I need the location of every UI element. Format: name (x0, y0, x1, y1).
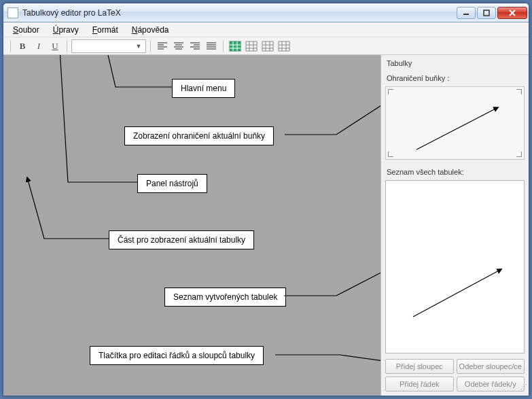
table-button-3[interactable] (260, 39, 275, 54)
side-panel-title: Tabulky (385, 58, 525, 70)
table-button-2[interactable] (244, 39, 259, 54)
align-right-button[interactable] (188, 39, 202, 54)
table-canvas[interactable]: Hlavní menu Zobrazení ohraničení aktuáln… (3, 55, 380, 396)
underline-button[interactable]: U (48, 39, 63, 54)
minimize-button[interactable] (457, 7, 476, 19)
callout-table-area: Část pro zobrazení aktuální tabulky (109, 230, 254, 249)
window-title: Tabulkový editor pro LaTeX (22, 8, 457, 18)
menubar: Soubor Úpravy Formát Nápověda (3, 22, 529, 37)
titlebar: Tabulkový editor pro LaTeX (3, 3, 529, 22)
svg-rect-1 (484, 10, 489, 16)
callout-row-col-buttons: Tlačítka pro editaci řádků a sloupců tab… (90, 346, 264, 365)
add-row-button[interactable]: Přidej řádek (385, 377, 454, 392)
close-button[interactable] (497, 7, 527, 19)
menu-edit[interactable]: Úpravy (46, 23, 86, 37)
bold-button[interactable]: B (15, 39, 30, 54)
toolbar-separator (150, 40, 151, 52)
toolbar: B I U ▼ (3, 37, 529, 55)
table-button-4[interactable] (277, 39, 291, 54)
side-panel: Tabulky Ohraničení buňky : Seznam všech … (380, 55, 529, 396)
resize-grip[interactable]: ⋰ (518, 385, 527, 394)
svg-rect-25 (246, 41, 257, 51)
tables-listbox[interactable] (385, 180, 525, 353)
border-label: Ohraničení buňky : (385, 73, 525, 84)
toolbar-separator (10, 40, 11, 52)
menu-file[interactable]: Soubor (6, 23, 46, 37)
arrow-icon (386, 181, 524, 353)
callout-cell-border: Zobrazení ohraničení aktuální buňky (124, 126, 274, 145)
row-col-buttons: Přidej sloupec Odeber sloupec/ce Přidej … (385, 359, 525, 392)
svg-rect-35 (279, 41, 289, 51)
menu-help[interactable]: Nápověda (125, 23, 176, 37)
align-left-button[interactable] (155, 39, 170, 54)
annotation-arrows (3, 55, 380, 396)
cell-border-preview[interactable] (385, 86, 525, 160)
menu-format[interactable]: Formát (86, 23, 125, 37)
align-center-button[interactable] (171, 39, 186, 54)
toolbar-separator (223, 40, 224, 52)
chevron-down-icon: ▼ (133, 41, 144, 52)
callout-tables-list: Seznam vytvořených tabulek (164, 288, 286, 307)
callout-toolbar: Panel nástrojů (137, 174, 207, 193)
window-controls (457, 7, 527, 19)
maximize-button[interactable] (477, 7, 496, 19)
callout-main-menu: Hlavní menu (172, 79, 235, 98)
svg-rect-30 (262, 41, 273, 51)
remove-row-button[interactable]: Odeber řádek/y (457, 377, 525, 392)
add-column-button[interactable]: Přidej sloupec (385, 359, 454, 374)
remove-column-button[interactable]: Odeber sloupec/ce (457, 359, 525, 374)
arrow-icon (386, 87, 524, 159)
svg-rect-20 (230, 41, 241, 51)
toolbar-separator (67, 40, 67, 52)
app-icon (7, 7, 18, 18)
list-label: Seznam všech tabulek: (385, 167, 525, 177)
app-window: Tabulkový editor pro LaTeX Soubor Úpravy… (3, 3, 529, 396)
font-combo[interactable]: ▼ (71, 39, 146, 53)
new-table-button[interactable] (228, 39, 243, 54)
align-justify-button[interactable] (204, 39, 219, 54)
content-area: Hlavní menu Zobrazení ohraničení aktuáln… (3, 55, 529, 396)
italic-button[interactable]: I (31, 39, 46, 54)
